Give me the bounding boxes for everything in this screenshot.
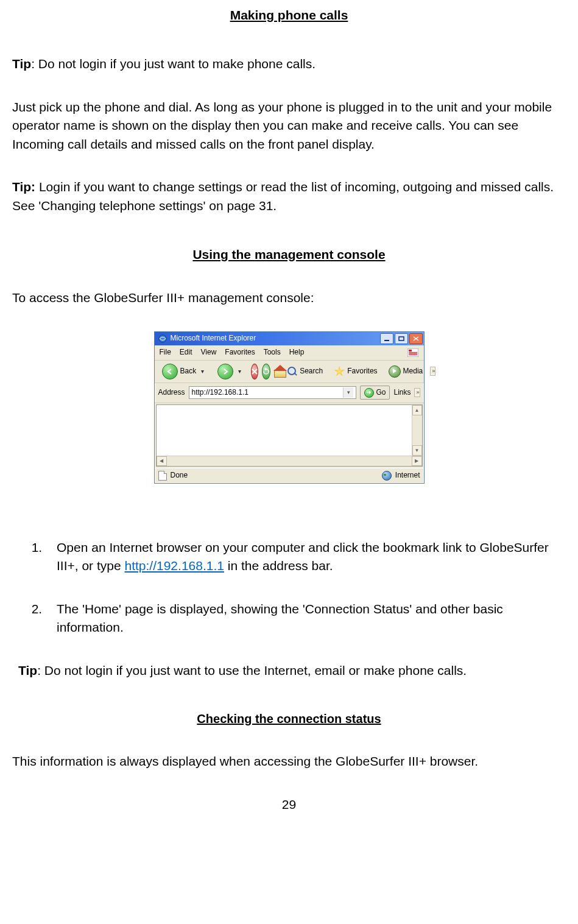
- search-label: Search: [300, 366, 323, 376]
- ie-browser-window: Microsoft Internet Explorer File Edit Vi…: [154, 331, 425, 484]
- scroll-right-icon[interactable]: ▶: [412, 456, 422, 466]
- ie-status-bar: Done Internet: [155, 468, 424, 483]
- menu-help[interactable]: Help: [289, 347, 305, 358]
- ie-address-bar: Address http://192.168.1.1 ▾ ➜ Go Links …: [155, 383, 424, 403]
- status-zone-text: Internet: [395, 470, 420, 481]
- media-button[interactable]: Media: [385, 364, 427, 379]
- step-2: The 'Home' page is displayed, showing th…: [46, 600, 566, 637]
- chevron-down-icon: ▾: [199, 367, 206, 376]
- forward-button[interactable]: ▾: [214, 362, 247, 381]
- tip-label: Tip: [18, 663, 37, 677]
- stop-button[interactable]: [251, 364, 258, 379]
- back-label: Back: [180, 366, 197, 376]
- go-label: Go: [376, 387, 386, 398]
- steps-list: Open an Internet browser on your compute…: [12, 538, 566, 637]
- toolbar-overflow-button[interactable]: »: [430, 367, 435, 376]
- svg-rect-6: [409, 353, 417, 354]
- ie-content-area: ▲ ▼ ◀ ▶: [156, 404, 423, 467]
- address-dropdown-icon[interactable]: ▾: [343, 387, 353, 398]
- ie-menu-bar: File Edit View Favorites Tools Help: [155, 345, 424, 361]
- maximize-button[interactable]: [395, 333, 408, 344]
- ie-title-text: Microsoft Internet Explorer: [171, 333, 256, 344]
- favorites-label: Favorites: [347, 366, 377, 376]
- tip-3: Tip: Do not login if you just want to us…: [12, 661, 566, 680]
- search-icon: [287, 367, 297, 376]
- paragraph-checking: This information is always displayed whe…: [12, 752, 566, 771]
- menu-file[interactable]: File: [160, 347, 171, 358]
- menu-tools[interactable]: Tools: [264, 347, 281, 358]
- minimize-button[interactable]: [380, 333, 393, 344]
- links-overflow-button[interactable]: »: [414, 388, 420, 397]
- scroll-down-icon[interactable]: ▼: [412, 445, 422, 456]
- search-button[interactable]: Search: [284, 365, 326, 378]
- tip-text: Login if you want to change settings or …: [12, 180, 554, 212]
- media-icon: [389, 365, 401, 378]
- address-input[interactable]: http://192.168.1.1 ▾: [189, 386, 357, 399]
- back-arrow-icon: [162, 364, 178, 379]
- tip-text: : Do not login if you just want to make …: [31, 57, 315, 71]
- close-button[interactable]: [409, 333, 423, 344]
- tip-2: Tip: Login if you want to change setting…: [12, 178, 566, 215]
- paragraph-pickup: Just pick up the phone and dial. As long…: [12, 98, 566, 153]
- tip-label: Tip: [12, 57, 31, 71]
- tip-text: : Do not login if you just want to use t…: [37, 663, 467, 677]
- refresh-button[interactable]: [262, 364, 270, 379]
- svg-rect-2: [399, 337, 404, 340]
- go-arrow-icon: ➜: [364, 388, 374, 398]
- ie-page-body: [157, 405, 412, 456]
- ie-toolbar: Back ▾ ▾ Search Favorites Media »: [155, 361, 424, 383]
- links-label[interactable]: Links: [393, 387, 411, 398]
- menu-edit[interactable]: Edit: [180, 347, 192, 358]
- paragraph-console-intro: To access the GlobeSurfer III+ managemen…: [12, 289, 566, 307]
- heading-making-phone-calls: Making phone calls: [12, 6, 566, 24]
- heading-checking-status: Checking the connection status: [12, 710, 566, 728]
- forward-arrow-icon: [217, 364, 233, 379]
- ie-title-bar: Microsoft Internet Explorer: [155, 332, 424, 345]
- back-button[interactable]: Back ▾: [158, 362, 211, 381]
- throbber-icon: [407, 347, 419, 358]
- address-label: Address: [158, 387, 185, 398]
- star-icon: [334, 366, 345, 377]
- favorites-button[interactable]: Favorites: [330, 365, 381, 378]
- step-1-post: in the address bar.: [224, 559, 333, 573]
- heading-management-console: Using the management console: [12, 245, 566, 264]
- svg-point-0: [159, 335, 166, 342]
- menu-view[interactable]: View: [201, 347, 217, 358]
- svg-rect-4: [409, 350, 412, 351]
- go-button[interactable]: ➜ Go: [360, 386, 390, 400]
- scroll-left-icon[interactable]: ◀: [157, 456, 167, 466]
- menu-favorites[interactable]: Favorites: [225, 347, 255, 358]
- status-text: Done: [171, 470, 188, 481]
- tip-label-bold: Tip:: [12, 180, 35, 194]
- chevron-down-icon: ▾: [236, 367, 244, 376]
- globe-icon: [382, 471, 392, 481]
- svg-rect-7: [409, 354, 417, 355]
- tip-1: Tip: Do not login if you just want to ma…: [12, 55, 566, 73]
- vertical-scrollbar[interactable]: ▲ ▼: [412, 405, 422, 456]
- page-icon: [158, 471, 167, 481]
- scroll-up-icon[interactable]: ▲: [412, 405, 422, 415]
- media-label: Media: [403, 366, 423, 376]
- horizontal-scrollbar[interactable]: ◀ ▶: [157, 456, 422, 466]
- ie-logo-icon: [158, 334, 167, 343]
- step-1: Open an Internet browser on your compute…: [46, 538, 566, 576]
- svg-rect-5: [409, 352, 417, 353]
- page-number: 29: [12, 795, 566, 814]
- svg-rect-1: [384, 340, 389, 341]
- address-value: http://192.168.1.1: [192, 387, 248, 398]
- router-url-link[interactable]: http://192.168.1.1: [124, 559, 224, 573]
